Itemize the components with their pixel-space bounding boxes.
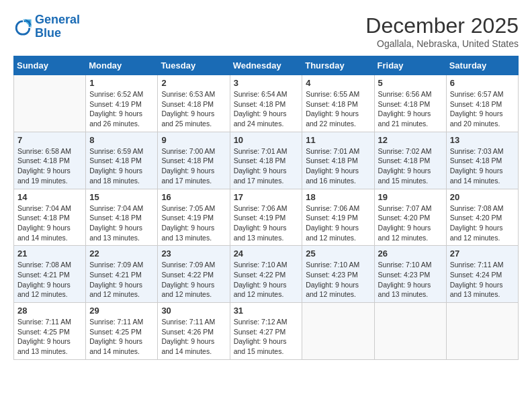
- day-number: 13: [450, 135, 515, 145]
- calendar-cell: 5Sunrise: 6:56 AMSunset: 4:18 PMDaylight…: [374, 75, 446, 132]
- calendar-cell: 9Sunrise: 7:00 AMSunset: 4:18 PMDaylight…: [158, 132, 230, 189]
- weekday-header-monday: Monday: [86, 56, 158, 75]
- calendar-week-row: 1Sunrise: 6:52 AMSunset: 4:19 PMDaylight…: [14, 75, 519, 132]
- day-number: 10: [234, 135, 299, 145]
- day-info: Sunrise: 7:10 AMSunset: 4:22 PMDaylight:…: [234, 260, 299, 300]
- location: Ogallala, Nebraska, United States: [365, 38, 519, 49]
- calendar-cell: 17Sunrise: 7:06 AMSunset: 4:19 PMDayligh…: [230, 189, 302, 246]
- day-info: Sunrise: 7:11 AMSunset: 4:26 PMDaylight:…: [161, 317, 226, 357]
- calendar-cell: 11Sunrise: 7:01 AMSunset: 4:18 PMDayligh…: [302, 132, 374, 189]
- calendar-cell: 25Sunrise: 7:10 AMSunset: 4:23 PMDayligh…: [302, 246, 374, 303]
- calendar-cell: 6Sunrise: 6:57 AMSunset: 4:18 PMDaylight…: [446, 75, 518, 132]
- day-info: Sunrise: 6:55 AMSunset: 4:18 PMDaylight:…: [306, 89, 370, 129]
- title-area: December 2025 Ogallala, Nebraska, United…: [365, 13, 519, 49]
- day-number: 27: [450, 248, 515, 259]
- day-info: Sunrise: 7:12 AMSunset: 4:27 PMDaylight:…: [234, 317, 299, 357]
- day-number: 22: [89, 248, 154, 259]
- day-info: Sunrise: 7:07 AMSunset: 4:20 PMDaylight:…: [378, 203, 443, 243]
- calendar-cell: 13Sunrise: 7:03 AMSunset: 4:18 PMDayligh…: [446, 132, 518, 189]
- day-info: Sunrise: 7:06 AMSunset: 4:19 PMDaylight:…: [234, 203, 299, 243]
- weekday-header-saturday: Saturday: [446, 56, 518, 75]
- day-info: Sunrise: 7:10 AMSunset: 4:23 PMDaylight:…: [378, 260, 443, 300]
- weekday-header-sunday: Sunday: [14, 56, 86, 75]
- day-info: Sunrise: 7:09 AMSunset: 4:22 PMDaylight:…: [161, 260, 226, 300]
- day-info: Sunrise: 6:59 AMSunset: 4:18 PMDaylight:…: [89, 146, 154, 186]
- day-number: 11: [306, 135, 370, 145]
- calendar-cell: 2Sunrise: 6:53 AMSunset: 4:18 PMDaylight…: [158, 75, 230, 132]
- day-info: Sunrise: 7:02 AMSunset: 4:18 PMDaylight:…: [378, 146, 443, 186]
- day-info: Sunrise: 7:10 AMSunset: 4:23 PMDaylight:…: [306, 260, 370, 300]
- calendar-cell: 22Sunrise: 7:09 AMSunset: 4:21 PMDayligh…: [86, 246, 158, 303]
- day-info: Sunrise: 6:57 AMSunset: 4:18 PMDaylight:…: [450, 89, 515, 129]
- day-number: 31: [234, 306, 299, 316]
- calendar-cell: 30Sunrise: 7:11 AMSunset: 4:26 PMDayligh…: [158, 303, 230, 360]
- day-number: 2: [161, 78, 226, 88]
- day-info: Sunrise: 7:08 AMSunset: 4:20 PMDaylight:…: [450, 203, 515, 243]
- day-number: 7: [17, 135, 82, 145]
- calendar-cell: 16Sunrise: 7:05 AMSunset: 4:19 PMDayligh…: [158, 189, 230, 246]
- day-number: 1: [89, 78, 154, 88]
- day-number: 4: [306, 78, 370, 88]
- calendar-week-row: 28Sunrise: 7:11 AMSunset: 4:25 PMDayligh…: [14, 303, 519, 360]
- day-number: 17: [234, 192, 299, 202]
- calendar-cell: 14Sunrise: 7:04 AMSunset: 4:18 PMDayligh…: [14, 189, 86, 246]
- day-number: 6: [450, 78, 515, 88]
- calendar-cell: 4Sunrise: 6:55 AMSunset: 4:18 PMDaylight…: [302, 75, 374, 132]
- day-info: Sunrise: 7:01 AMSunset: 4:18 PMDaylight:…: [306, 146, 370, 186]
- day-number: 15: [89, 192, 154, 202]
- calendar-cell: [14, 75, 86, 132]
- weekday-header-wednesday: Wednesday: [230, 56, 302, 75]
- calendar-cell: 31Sunrise: 7:12 AMSunset: 4:27 PMDayligh…: [230, 303, 302, 360]
- day-info: Sunrise: 7:08 AMSunset: 4:21 PMDaylight:…: [17, 260, 82, 300]
- calendar-cell: 24Sunrise: 7:10 AMSunset: 4:22 PMDayligh…: [230, 246, 302, 303]
- day-number: 9: [161, 135, 226, 145]
- day-info: Sunrise: 7:04 AMSunset: 4:18 PMDaylight:…: [17, 203, 82, 243]
- calendar-cell: 28Sunrise: 7:11 AMSunset: 4:25 PMDayligh…: [14, 303, 86, 360]
- day-info: Sunrise: 7:04 AMSunset: 4:18 PMDaylight:…: [89, 203, 154, 243]
- day-number: 20: [450, 192, 515, 202]
- weekday-header-tuesday: Tuesday: [158, 56, 230, 75]
- day-info: Sunrise: 7:09 AMSunset: 4:21 PMDaylight:…: [89, 260, 154, 300]
- calendar-cell: [374, 303, 446, 360]
- day-info: Sunrise: 6:56 AMSunset: 4:18 PMDaylight:…: [378, 89, 443, 129]
- day-info: Sunrise: 6:54 AMSunset: 4:18 PMDaylight:…: [234, 89, 299, 129]
- calendar-cell: 12Sunrise: 7:02 AMSunset: 4:18 PMDayligh…: [374, 132, 446, 189]
- calendar-cell: [302, 303, 374, 360]
- day-number: 3: [234, 78, 299, 88]
- day-info: Sunrise: 6:58 AMSunset: 4:18 PMDaylight:…: [17, 146, 82, 186]
- calendar-cell: 21Sunrise: 7:08 AMSunset: 4:21 PMDayligh…: [14, 246, 86, 303]
- day-number: 25: [306, 248, 370, 259]
- logo: General Blue: [13, 13, 80, 40]
- calendar-cell: 19Sunrise: 7:07 AMSunset: 4:20 PMDayligh…: [374, 189, 446, 246]
- calendar-cell: 23Sunrise: 7:09 AMSunset: 4:22 PMDayligh…: [158, 246, 230, 303]
- day-number: 12: [378, 135, 443, 145]
- calendar-cell: 26Sunrise: 7:10 AMSunset: 4:23 PMDayligh…: [374, 246, 446, 303]
- calendar-week-row: 14Sunrise: 7:04 AMSunset: 4:18 PMDayligh…: [14, 189, 519, 246]
- calendar-cell: [446, 303, 518, 360]
- day-number: 8: [89, 135, 154, 145]
- calendar-cell: 20Sunrise: 7:08 AMSunset: 4:20 PMDayligh…: [446, 189, 518, 246]
- day-info: Sunrise: 7:11 AMSunset: 4:24 PMDaylight:…: [450, 260, 515, 300]
- calendar: SundayMondayTuesdayWednesdayThursdayFrid…: [13, 56, 519, 360]
- day-number: 16: [161, 192, 226, 202]
- day-number: 18: [306, 192, 370, 202]
- logo-text: General Blue: [35, 13, 80, 40]
- day-number: 23: [161, 248, 226, 259]
- day-info: Sunrise: 7:06 AMSunset: 4:19 PMDaylight:…: [306, 203, 370, 243]
- day-info: Sunrise: 6:52 AMSunset: 4:19 PMDaylight:…: [89, 89, 154, 129]
- day-number: 19: [378, 192, 443, 202]
- calendar-cell: 1Sunrise: 6:52 AMSunset: 4:19 PMDaylight…: [86, 75, 158, 132]
- calendar-cell: 29Sunrise: 7:11 AMSunset: 4:25 PMDayligh…: [86, 303, 158, 360]
- day-info: Sunrise: 7:01 AMSunset: 4:18 PMDaylight:…: [234, 146, 299, 186]
- day-info: Sunrise: 7:00 AMSunset: 4:18 PMDaylight:…: [161, 146, 226, 186]
- calendar-cell: 27Sunrise: 7:11 AMSunset: 4:24 PMDayligh…: [446, 246, 518, 303]
- day-number: 5: [378, 78, 443, 88]
- day-info: Sunrise: 7:03 AMSunset: 4:18 PMDaylight:…: [450, 146, 515, 186]
- day-number: 24: [234, 248, 299, 259]
- day-info: Sunrise: 7:11 AMSunset: 4:25 PMDaylight:…: [89, 317, 154, 357]
- day-number: 26: [378, 248, 443, 259]
- calendar-cell: 15Sunrise: 7:04 AMSunset: 4:18 PMDayligh…: [86, 189, 158, 246]
- calendar-cell: 3Sunrise: 6:54 AMSunset: 4:18 PMDaylight…: [230, 75, 302, 132]
- day-info: Sunrise: 7:11 AMSunset: 4:25 PMDaylight:…: [17, 317, 82, 357]
- calendar-cell: 10Sunrise: 7:01 AMSunset: 4:18 PMDayligh…: [230, 132, 302, 189]
